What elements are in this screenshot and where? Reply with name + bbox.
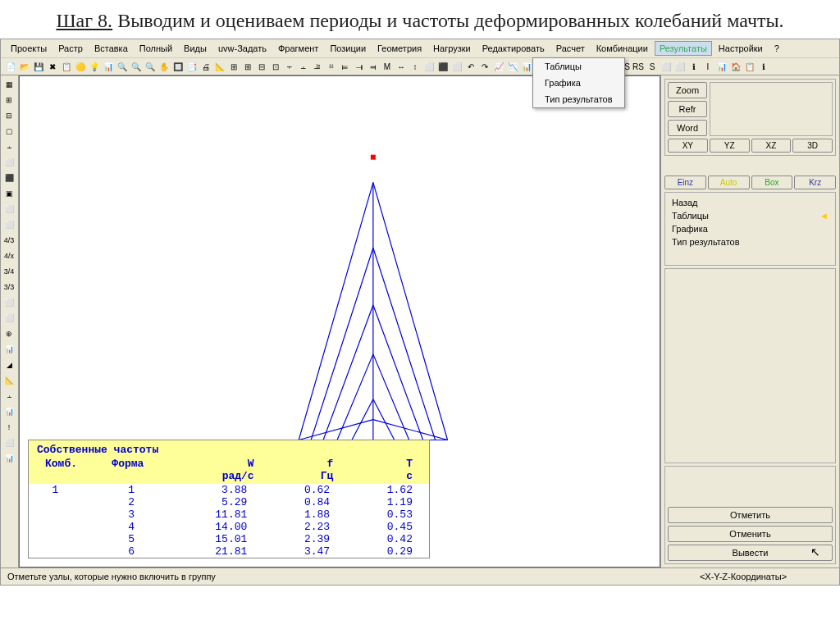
left-toolbar-icon[interactable]: 📊 <box>2 404 16 419</box>
results-dropdown[interactable]: ТаблицыГрафикаТип результатов <box>532 57 625 108</box>
menu-item[interactable]: uvw-Задать <box>213 41 272 56</box>
toolbar-icon[interactable]: ⌗ <box>325 60 338 73</box>
toolbar-icon[interactable]: 🔍 <box>130 60 143 73</box>
toolbar-icon[interactable]: 📋 <box>60 60 73 73</box>
toolbar-icon[interactable]: ✖ <box>46 60 59 73</box>
menu-item[interactable]: Нагрузки <box>428 41 476 56</box>
left-toolbar-icon[interactable]: ⬜ <box>2 202 16 217</box>
menu-item[interactable]: Настройки <box>714 41 768 56</box>
toolbar-icon[interactable]: ⬜ <box>422 60 436 73</box>
toolbar-icon[interactable]: S <box>646 60 659 73</box>
toolbar-icon[interactable]: 📂 <box>18 60 31 73</box>
dropdown-item[interactable]: Тип результатов <box>533 91 624 107</box>
menu-item[interactable]: Результаты <box>655 41 712 56</box>
toolbar-icon[interactable]: RS <box>632 60 645 73</box>
mode-einz[interactable]: Einz <box>664 175 706 189</box>
view-3d[interactable]: 3D <box>792 139 833 153</box>
left-toolbar-icon[interactable]: ⬛ <box>2 171 16 185</box>
menu-item[interactable]: Виды <box>179 41 212 56</box>
mark-button[interactable]: Отметить <box>668 507 833 523</box>
toolbar-icon[interactable]: 🔲 <box>171 60 185 73</box>
menu-item[interactable]: Позиции <box>325 41 371 56</box>
left-toolbar-icon[interactable]: ⊟ <box>2 108 16 123</box>
toolbar-icon[interactable]: 💾 <box>32 60 45 73</box>
toolbar-icon[interactable]: ⬜ <box>450 60 463 73</box>
toolbar-icon[interactable]: 🔍 <box>144 60 157 73</box>
left-toolbar-icon[interactable]: 3/3 <box>2 280 16 294</box>
menu-item[interactable]: Комбинации <box>591 41 653 56</box>
panel-list-item[interactable]: Графика <box>669 222 832 235</box>
refresh-button[interactable]: Refr <box>668 101 707 117</box>
toolbar-icon[interactable]: ℹ <box>757 60 770 73</box>
menu-item[interactable]: ? <box>769 41 784 56</box>
left-toolbar-icon[interactable]: ⬜ <box>2 295 16 310</box>
view-xz[interactable]: XZ <box>751 139 792 153</box>
left-toolbar-icon[interactable]: 📐 <box>2 373 16 388</box>
toolbar-icon[interactable]: 📉 <box>506 60 519 73</box>
dropdown-item[interactable]: Графика <box>533 75 624 91</box>
toolbar-icon[interactable]: ⫢ <box>339 60 352 73</box>
toolbar-icon[interactable]: 📊 <box>520 60 533 73</box>
left-toolbar-icon[interactable]: ▣ <box>2 186 16 201</box>
zoom-button[interactable]: Zoom <box>668 82 707 98</box>
toolbar-icon[interactable]: ⬜ <box>660 60 673 73</box>
toolbar-icon[interactable]: ⫣ <box>353 60 366 73</box>
menu-item[interactable]: Расчет <box>551 41 590 56</box>
left-toolbar-icon[interactable]: ⊕ <box>2 326 16 341</box>
toolbar-icon[interactable]: ↶ <box>464 60 477 73</box>
toolbar-icon[interactable]: 🖨 <box>199 60 212 73</box>
menu-item[interactable]: Геометрия <box>372 41 427 56</box>
panel-list[interactable]: НазадТаблицыГрафикаТип результатов <box>664 192 836 266</box>
toolbar-icon[interactable]: ⊞ <box>241 60 254 73</box>
left-toolbar-icon[interactable]: ⬜ <box>2 217 16 232</box>
toolbar-icon[interactable]: 📑 <box>185 60 199 73</box>
output-button[interactable]: Вывести <box>668 545 833 561</box>
menu-item[interactable]: Проекты <box>6 41 52 56</box>
toolbar-icon[interactable]: ⫟ <box>283 60 296 73</box>
left-toolbar-icon[interactable]: ⬜ <box>2 155 16 170</box>
toolbar-icon[interactable]: ↕ <box>409 60 422 73</box>
left-toolbar-icon[interactable]: ⬜ <box>2 311 16 326</box>
toolbar-icon[interactable]: ✋ <box>158 60 171 73</box>
toolbar-icon[interactable]: ⫤ <box>367 60 380 73</box>
toolbar-icon[interactable]: 📐 <box>213 60 226 73</box>
left-toolbar-icon[interactable]: 3/4 <box>2 264 16 279</box>
menu-item[interactable]: Вставка <box>89 41 133 56</box>
toolbar-icon[interactable]: 📄 <box>4 60 17 73</box>
panel-list-item[interactable]: Таблицы <box>669 209 832 222</box>
left-toolbar-icon[interactable]: ⫠ <box>2 389 16 403</box>
left-toolbar-icon[interactable]: ⊞ <box>2 93 16 107</box>
toolbar-icon[interactable]: ⬛ <box>436 60 450 73</box>
left-toolbar-icon[interactable]: ⬜ <box>2 435 16 450</box>
cancel-button[interactable]: Отменить <box>668 526 833 542</box>
toolbar-icon[interactable]: 📊 <box>715 60 728 73</box>
toolbar-icon[interactable]: ↔ <box>395 60 408 73</box>
left-toolbar-icon[interactable]: 📊 <box>2 451 16 466</box>
mode-auto[interactable]: Auto <box>708 175 750 189</box>
toolbar-icon[interactable]: 🟡 <box>74 60 87 73</box>
left-toolbar-icon[interactable]: ▢ <box>2 124 16 139</box>
toolbar-icon[interactable]: M <box>381 60 394 73</box>
toolbar-icon[interactable]: ⊞ <box>227 60 240 73</box>
left-toolbar-icon[interactable]: ⫠ <box>2 139 16 154</box>
view-xy[interactable]: XY <box>668 139 708 153</box>
toolbar-icon[interactable]: 📈 <box>492 60 505 73</box>
mode-box[interactable]: Box <box>751 175 793 189</box>
left-toolbar-icon[interactable]: 4/x <box>2 248 16 263</box>
panel-list-item[interactable]: Тип результатов <box>669 235 832 248</box>
left-toolbar-icon[interactable]: 📊 <box>2 342 16 357</box>
view-yz[interactable]: YZ <box>710 139 750 153</box>
panel-list-item[interactable]: Назад <box>669 196 832 209</box>
word-button[interactable]: Word <box>668 120 707 136</box>
toolbar-icon[interactable]: ⫠ <box>297 60 310 73</box>
toolbar-icon[interactable]: 🏠 <box>729 60 742 73</box>
left-toolbar-icon[interactable]: ! <box>2 420 16 435</box>
mode-krz[interactable]: Krz <box>794 175 836 189</box>
toolbar-icon[interactable]: ⬜ <box>673 60 687 73</box>
toolbar-icon[interactable]: ⫡ <box>311 60 324 73</box>
toolbar-icon[interactable]: 📋 <box>743 60 756 73</box>
toolbar-icon[interactable]: 🔍 <box>116 60 129 73</box>
toolbar-icon[interactable]: I <box>701 60 714 73</box>
menu-item[interactable]: Редактировать <box>477 41 550 56</box>
toolbar-icon[interactable]: 💡 <box>88 60 101 73</box>
